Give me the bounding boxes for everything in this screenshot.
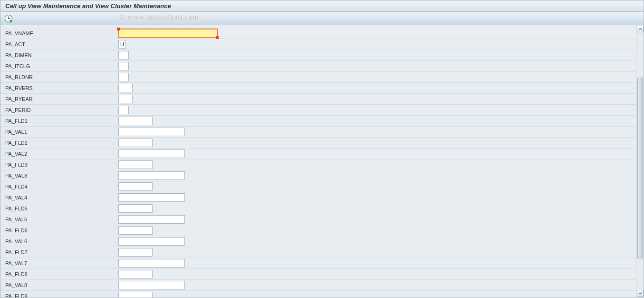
input-cell — [117, 170, 636, 181]
form-row: PA_FLD8 — [0, 269, 636, 280]
pa-ryear-input[interactable] — [118, 95, 133, 103]
form-row: PA_FLD5 — [0, 203, 636, 214]
input-cell — [117, 50, 636, 60]
form-row: PA_VAL4 — [0, 192, 636, 203]
form-row: PA_VNAME — [0, 28, 636, 39]
input-cell — [117, 39, 636, 50]
form-row: PA_VAL2 — [0, 149, 636, 159]
pa-fld1-input[interactable] — [118, 117, 153, 125]
input-cell — [117, 159, 636, 170]
form-row: PA_DIMEN — [0, 50, 636, 61]
field-label: PA_VAL4 — [0, 192, 117, 203]
pa-fld7-input[interactable] — [118, 248, 153, 257]
field-label: PA_ACT — [0, 39, 117, 50]
field-label: PA_FLD5 — [0, 203, 117, 214]
chevron-down-icon — [638, 291, 642, 295]
pa-val5-input[interactable] — [118, 215, 185, 224]
field-label: PA_ITCLG — [0, 61, 117, 71]
field-label: PA_VAL3 — [0, 170, 117, 181]
pa-dimen-input[interactable] — [118, 51, 129, 60]
input-cell — [117, 203, 636, 214]
input-cell — [117, 291, 636, 298]
pa-rvers-input[interactable] — [118, 84, 133, 92]
input-wrap — [118, 237, 185, 246]
input-wrap — [118, 73, 129, 81]
field-label: PA_FLD7 — [0, 247, 117, 258]
input-wrap — [118, 160, 153, 169]
input-cell — [117, 269, 636, 279]
field-label: PA_RLDNR — [0, 72, 117, 82]
pa-rldnr-input[interactable] — [118, 73, 129, 81]
field-label: PA_FLD4 — [0, 181, 117, 192]
input-cell — [117, 280, 636, 290]
form-area: PA_VNAMEPA_ACTPA_DIMENPA_ITCLGPA_RLDNRPA… — [0, 25, 636, 298]
scroll-thumb[interactable] — [637, 78, 643, 258]
input-cell — [117, 105, 636, 115]
form-row: PA_FLD2 — [0, 138, 636, 149]
form-row: PA_VAL3 — [0, 170, 636, 181]
field-label: PA_FLD6 — [0, 225, 117, 236]
vertical-scrollbar[interactable] — [636, 25, 644, 298]
pa-val2-input[interactable] — [118, 149, 185, 158]
page-title: Call up View Maintenance and View Cluste… — [5, 2, 171, 10]
input-wrap — [118, 281, 185, 289]
pa-fld2-input[interactable] — [118, 139, 153, 147]
form-row: PA_VAL5 — [0, 214, 636, 225]
pa-fld4-input[interactable] — [118, 182, 153, 191]
pa-vname-input[interactable] — [118, 29, 217, 38]
field-label: PA_VAL8 — [0, 280, 117, 290]
form-row: PA_VAL1 — [0, 127, 636, 138]
pa-val3-input[interactable] — [118, 171, 185, 180]
pa-val1-input[interactable] — [118, 128, 185, 136]
form-row: PA_RVERS — [0, 83, 636, 94]
toolbar: © www.tutorialkart.com — [0, 12, 644, 25]
input-wrap — [118, 29, 217, 38]
field-label: PA_VNAME — [0, 28, 117, 39]
pa-act-input[interactable] — [118, 40, 126, 49]
input-cell — [117, 149, 636, 159]
pa-val4-input[interactable] — [118, 193, 185, 202]
input-wrap — [118, 40, 126, 49]
input-cell — [117, 72, 636, 82]
input-wrap — [118, 95, 133, 103]
input-cell — [117, 247, 636, 258]
input-wrap — [118, 128, 185, 136]
form-row: PA_FLD7 — [0, 247, 636, 258]
content-wrapper: PA_VNAMEPA_ACTPA_DIMENPA_ITCLGPA_RLDNRPA… — [0, 25, 644, 298]
pa-val8-input[interactable] — [118, 281, 185, 289]
pa-val7-input[interactable] — [118, 259, 185, 268]
pa-fld8-input[interactable] — [118, 270, 153, 278]
pa-fld6-input[interactable] — [118, 226, 153, 235]
field-label: PA_FLD1 — [0, 116, 117, 126]
pa-fld3-input[interactable] — [118, 160, 153, 169]
field-label: PA_FLD8 — [0, 269, 117, 279]
pa-fld5-input[interactable] — [118, 204, 153, 213]
input-wrap — [118, 226, 153, 235]
field-label: PA_VAL2 — [0, 149, 117, 159]
form-row: PA_ACT — [0, 39, 636, 50]
form-row: PA_FLD4 — [0, 181, 636, 192]
field-label: PA_VAL5 — [0, 214, 117, 225]
field-label: PA_FLD2 — [0, 138, 117, 148]
required-marker-icon — [216, 36, 219, 39]
required-marker-icon — [117, 28, 120, 30]
title-bar: Call up View Maintenance and View Cluste… — [0, 0, 644, 12]
input-cell — [117, 28, 636, 39]
execute-button[interactable] — [4, 14, 13, 23]
field-label: PA_VAL7 — [0, 258, 117, 268]
field-label: PA_RVERS — [0, 83, 117, 93]
pa-perid-input[interactable] — [118, 106, 129, 114]
svg-point-4 — [8, 18, 9, 19]
input-wrap — [118, 259, 185, 268]
input-wrap — [118, 292, 153, 298]
pa-fld9-input[interactable] — [118, 292, 153, 298]
pa-val6-input[interactable] — [118, 237, 185, 246]
input-cell — [117, 94, 636, 104]
form-row: PA_RYEAR — [0, 94, 636, 105]
input-wrap — [118, 248, 153, 257]
scroll-down-button[interactable] — [637, 290, 644, 297]
form-row: PA_PERID — [0, 105, 636, 116]
pa-itclg-input[interactable] — [118, 62, 129, 70]
field-label: PA_VAL6 — [0, 236, 117, 247]
scroll-up-button[interactable] — [637, 26, 644, 32]
